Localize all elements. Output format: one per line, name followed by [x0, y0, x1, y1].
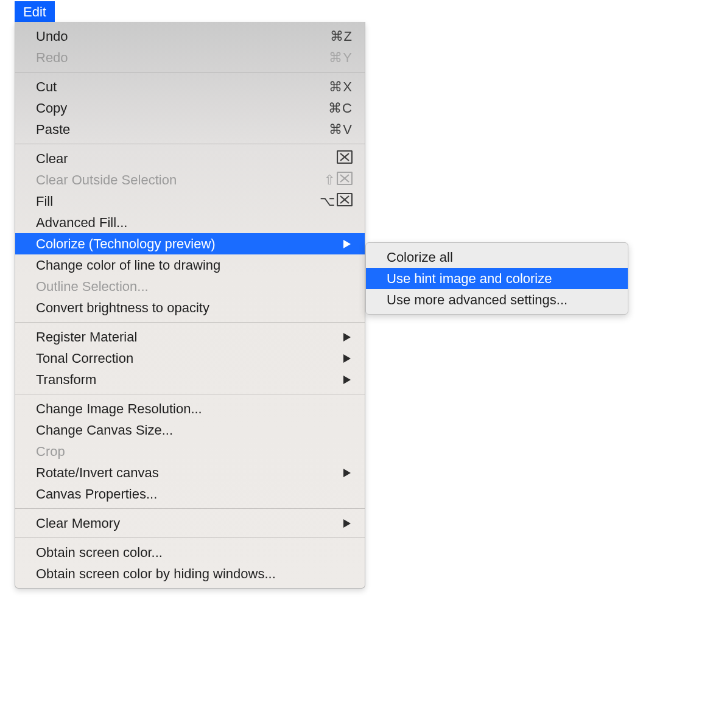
- menu-shortcut: ⌥: [320, 193, 353, 210]
- menu-item-label: Redo: [36, 50, 329, 66]
- menu-item-label: Colorize (Technology preview): [36, 236, 343, 252]
- menu-item-label: Clear Memory: [36, 516, 343, 531]
- menu-shortcut: [337, 150, 353, 167]
- menu-item-register-material[interactable]: Register Material: [15, 326, 365, 348]
- menu-item-colorize[interactable]: Colorize (Technology preview): [15, 233, 365, 254]
- submenu-arrow-icon: [343, 372, 351, 388]
- menu-separator: [15, 322, 365, 323]
- menu-item-label: Clear: [36, 151, 337, 167]
- menu-shortcut: ⌘C: [328, 100, 353, 116]
- menu-item-label: Transform: [36, 372, 343, 388]
- menu-item-cut[interactable]: Cut⌘X: [15, 76, 365, 97]
- menu-item-label: Register Material: [36, 329, 343, 345]
- menu-separator: [15, 508, 365, 509]
- delete-box-icon: [337, 193, 353, 210]
- menu-item-label: Change Canvas Size...: [36, 422, 353, 438]
- menu-separator: [15, 394, 365, 394]
- colorize-submenu-panel: Colorize allUse hint image and colorizeU…: [365, 242, 628, 315]
- menu-item-label: Paste: [36, 122, 329, 138]
- menu-item-transform[interactable]: Transform: [15, 369, 365, 390]
- menu-item-outline-selection: Outline Selection...: [15, 276, 365, 297]
- menu-item-label: Convert brightness to opacity: [36, 300, 353, 316]
- submenu-item-colorize-all[interactable]: Colorize all: [366, 247, 628, 268]
- menu-item-label: Undo: [36, 29, 330, 44]
- menu-item-tonal-correction[interactable]: Tonal Correction: [15, 348, 365, 369]
- menu-shortcut: ⇧: [324, 172, 353, 189]
- submenu-item-label: Use hint image and colorize: [387, 271, 616, 287]
- menu-shortcut: ⌘Z: [330, 29, 353, 44]
- menu-item-label: Copy: [36, 100, 328, 116]
- menu-item-clear[interactable]: Clear: [15, 148, 365, 169]
- menu-item-label: Clear Outside Selection: [36, 172, 324, 188]
- menu-item-label: Obtain screen color by hiding windows...: [36, 566, 353, 582]
- menu-item-label: Outline Selection...: [36, 279, 353, 295]
- submenu-item-label: Use more advanced settings...: [387, 292, 616, 308]
- menu-item-clear-outside-selection: Clear Outside Selection⇧: [15, 169, 365, 191]
- submenu-arrow-icon: [343, 516, 351, 531]
- submenu-arrow-icon: [343, 351, 351, 366]
- menu-separator: [15, 537, 365, 538]
- menu-item-label: Obtain screen color...: [36, 545, 353, 561]
- menu-item-label: Rotate/Invert canvas: [36, 465, 343, 481]
- menu-item-label: Change Image Resolution...: [36, 401, 353, 417]
- menu-item-clear-memory[interactable]: Clear Memory: [15, 513, 365, 534]
- menu-item-crop: Crop: [15, 441, 365, 462]
- menu-item-label: Canvas Properties...: [36, 486, 353, 502]
- menu-item-obtain-screen-color-hiding[interactable]: Obtain screen color by hiding windows...: [15, 563, 365, 584]
- menu-title-label: Edit: [23, 4, 46, 19]
- menu-shortcut: ⌘V: [329, 122, 353, 138]
- menu-item-label: Fill: [36, 194, 320, 209]
- delete-box-icon: [337, 150, 353, 167]
- menu-item-canvas-properties[interactable]: Canvas Properties...: [15, 483, 365, 505]
- menu-item-label: Change color of line to drawing: [36, 257, 353, 273]
- menu-separator: [15, 72, 365, 72]
- menu-item-change-canvas-size[interactable]: Change Canvas Size...: [15, 419, 365, 441]
- submenu-arrow-icon: [343, 236, 351, 252]
- menu-item-change-image-resolution[interactable]: Change Image Resolution...: [15, 398, 365, 419]
- menu-item-obtain-screen-color[interactable]: Obtain screen color...: [15, 542, 365, 563]
- menu-item-undo[interactable]: Undo⌘Z: [15, 26, 365, 47]
- menu-item-change-color-line[interactable]: Change color of line to drawing: [15, 254, 365, 276]
- submenu-arrow-icon: [343, 329, 351, 345]
- menu-item-redo: Redo⌘Y: [15, 47, 365, 68]
- delete-box-icon: [337, 172, 353, 189]
- menu-shortcut: ⌘Y: [329, 50, 353, 66]
- menu-item-fill[interactable]: Fill⌥: [15, 191, 365, 212]
- menu-item-advanced-fill[interactable]: Advanced Fill...: [15, 212, 365, 233]
- menu-item-label: Cut: [36, 79, 329, 95]
- submenu-item-use-hint-image[interactable]: Use hint image and colorize: [366, 268, 628, 289]
- menu-item-rotate-invert-canvas[interactable]: Rotate/Invert canvas: [15, 462, 365, 483]
- edit-menu-panel: Undo⌘ZRedo⌘YCut⌘XCopy⌘CPaste⌘VClearClear…: [15, 22, 365, 589]
- submenu-item-use-advanced-settings[interactable]: Use more advanced settings...: [366, 289, 628, 310]
- menu-item-copy[interactable]: Copy⌘C: [15, 97, 365, 119]
- menu-item-convert-brightness[interactable]: Convert brightness to opacity: [15, 297, 365, 318]
- menu-item-label: Advanced Fill...: [36, 215, 353, 231]
- submenu-arrow-icon: [343, 465, 351, 481]
- menu-item-label: Crop: [36, 444, 353, 460]
- menu-title-edit[interactable]: Edit: [15, 1, 55, 23]
- menu-item-label: Tonal Correction: [36, 351, 343, 366]
- menu-item-paste[interactable]: Paste⌘V: [15, 119, 365, 140]
- menu-shortcut: ⌘X: [329, 79, 353, 95]
- submenu-item-label: Colorize all: [387, 250, 616, 265]
- menu-separator: [15, 144, 365, 144]
